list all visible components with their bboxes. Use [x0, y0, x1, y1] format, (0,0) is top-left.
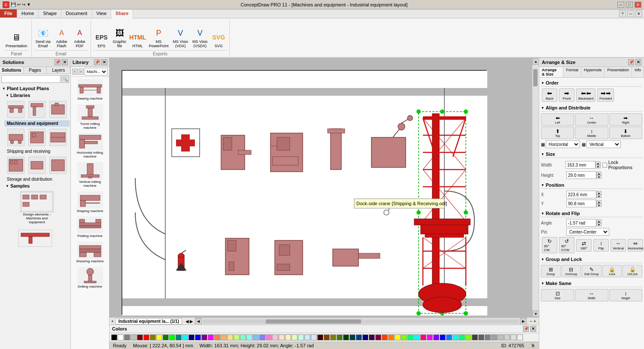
quick-access-undo[interactable]: ↩: [17, 2, 21, 7]
color-swatch-27[interactable]: [285, 334, 291, 340]
order-front-button[interactable]: ➡ Front: [559, 88, 574, 102]
color-swatch-39[interactable]: [362, 334, 368, 340]
tree-item-machines[interactable]: Machines and equipment: [4, 120, 70, 127]
color-swatch-48[interactable]: [420, 334, 426, 340]
y-spin-down[interactable]: ▼: [596, 203, 601, 207]
color-swatch-16[interactable]: [214, 334, 220, 340]
color-swatch-30[interactable]: [304, 334, 310, 340]
color-swatch-29[interactable]: [298, 334, 304, 340]
angle-spin-up[interactable]: ▲: [596, 219, 601, 223]
minimize-button[interactable]: ─: [617, 2, 624, 8]
color-swatch-3[interactable]: [131, 334, 137, 340]
page-add-button[interactable]: +: [109, 318, 115, 325]
arrange-tab-info[interactable]: Info: [632, 67, 644, 77]
flip-vertical-button[interactable]: ↕ Flip: [593, 239, 609, 252]
color-swatch-11[interactable]: [182, 334, 188, 340]
lock-proportions-checkbox[interactable]: [602, 163, 607, 167]
color-swatch-44[interactable]: [395, 334, 401, 340]
color-swatch-8[interactable]: [163, 334, 169, 340]
color-swatch-62[interactable]: [510, 334, 516, 340]
color-swatch-31[interactable]: [311, 334, 317, 340]
group-button[interactable]: ⊞ Group: [541, 265, 561, 277]
lib-item-9[interactable]: [48, 156, 68, 175]
colors-close-button[interactable]: ✕: [530, 326, 536, 332]
color-swatch-14[interactable]: [201, 334, 207, 340]
arrange-tab-format[interactable]: Format: [563, 67, 581, 77]
hscroll-left[interactable]: ◀: [195, 318, 202, 325]
page-nav-left[interactable]: ◀: [185, 319, 189, 324]
x-input[interactable]: [566, 191, 596, 198]
rotate-180-button[interactable]: ⇄ 180°: [576, 239, 592, 252]
color-swatch-60[interactable]: [498, 334, 504, 340]
order-forward-button[interactable]: ➡➡ Forward: [597, 88, 614, 102]
quick-access-extra[interactable]: ▼: [27, 2, 31, 7]
lib-vert-milling[interactable]: Vertical milling machine: [73, 161, 107, 189]
color-swatch-22[interactable]: [253, 334, 259, 340]
tree-item-storage[interactable]: Storage and distribution: [4, 176, 70, 182]
lib-turret-milling[interactable]: Turret milling machine: [73, 103, 107, 131]
solutions-tab-layers[interactable]: Layers: [47, 67, 70, 73]
vscroll-down[interactable]: ▼: [532, 310, 539, 317]
ungroup-button[interactable]: ⊟ UnGroup: [562, 265, 581, 277]
graphic-file-button[interactable]: 🖼 Graphicfile: [112, 25, 128, 49]
tab-shape[interactable]: Shape: [39, 9, 61, 18]
arrange-tab-arrange[interactable]: Arrange & Size: [539, 67, 563, 77]
solutions-search-input[interactable]: [1, 75, 61, 83]
canvas-bg[interactable]: Dock-side crane [Shipping & Receiving.od…: [109, 58, 532, 317]
ms-powerpoint-button[interactable]: P MSPowerPoint: [148, 25, 170, 49]
color-swatch-19[interactable]: [234, 334, 240, 340]
color-swatch-51[interactable]: [440, 334, 446, 340]
position-section-header[interactable]: ▼ Position: [541, 182, 642, 189]
color-swatch-50[interactable]: [433, 334, 439, 340]
color-swatch-40[interactable]: [369, 334, 375, 340]
lib-folding[interactable]: Folding machine: [73, 215, 107, 239]
library-pin-button[interactable]: 📌: [94, 59, 100, 65]
samples-header[interactable]: ▼ Samples: [4, 182, 70, 189]
color-swatch-17[interactable]: [221, 334, 227, 340]
quick-access-save[interactable]: 💾: [11, 2, 16, 7]
diagram-page[interactable]: Dock-side crane [Shipping & Receiving.od…: [122, 70, 486, 315]
lib-item-2[interactable]: [27, 100, 47, 119]
lib-sawing-machine[interactable]: Sawing machine: [73, 78, 107, 102]
color-swatch-18[interactable]: [227, 334, 233, 340]
lib-item-6[interactable]: [48, 128, 68, 147]
lib-horiz-milling[interactable]: Horizontal milling machine: [73, 132, 107, 160]
send-email-button[interactable]: 📧 Send viaEmail: [34, 25, 52, 49]
align-right-button[interactable]: ➡ Right: [609, 113, 642, 126]
adobe-pdf-button[interactable]: A AdobePDF: [72, 25, 88, 49]
color-swatch-25[interactable]: [272, 334, 278, 340]
hscroll-track[interactable]: [203, 319, 519, 324]
library-close-button[interactable]: ✕: [101, 59, 107, 65]
ribbon-help[interactable]: ?: [619, 10, 626, 17]
align-top-button[interactable]: ⬆ Top: [541, 127, 574, 139]
make-same-height-button[interactable]: ↕ Height: [609, 289, 642, 301]
sample-item-2[interactable]: [18, 229, 52, 248]
y-input[interactable]: [566, 200, 596, 207]
presentation-button[interactable]: 🖥 Presentation: [4, 30, 29, 49]
color-swatch-20[interactable]: [240, 334, 246, 340]
diagram-area[interactable]: Dock-side crane [Shipping & Receiving.od…: [109, 58, 539, 317]
solutions-pin-button[interactable]: 📌: [55, 59, 61, 65]
lib-item-4[interactable]: [6, 128, 26, 147]
svg-button[interactable]: SVG SVG: [210, 30, 227, 49]
color-swatch-47[interactable]: [414, 334, 420, 340]
color-swatch-13[interactable]: [195, 334, 201, 340]
lock-button[interactable]: 🔒 Lock: [602, 265, 622, 277]
width-spin-down[interactable]: ▼: [595, 165, 601, 168]
x-spin-up[interactable]: ▲: [596, 191, 601, 194]
horizontal-scrollbar[interactable]: ◀ ▶: [195, 318, 527, 325]
lib-shaping[interactable]: Shaping machine: [73, 191, 107, 214]
color-swatch-15[interactable]: [208, 334, 214, 340]
color-swatch-56[interactable]: [472, 334, 478, 340]
colors-pin-button[interactable]: 📌: [523, 326, 529, 332]
page-nav-right[interactable]: ▶: [190, 319, 193, 324]
lib-item-8[interactable]: [27, 156, 47, 175]
libraries-header[interactable]: ▼ Libraries: [4, 92, 70, 99]
lib-item-5[interactable]: [27, 128, 47, 147]
arrange-pin-button[interactable]: 📌: [628, 59, 634, 65]
angle-spin-down[interactable]: ▼: [596, 223, 601, 226]
lib-item-1[interactable]: [6, 100, 26, 119]
adobe-flash-button[interactable]: A AdobeFlash: [54, 25, 70, 49]
color-swatch-55[interactable]: [465, 334, 471, 340]
align-bottom-button[interactable]: ⬇ Bottom: [609, 127, 642, 139]
